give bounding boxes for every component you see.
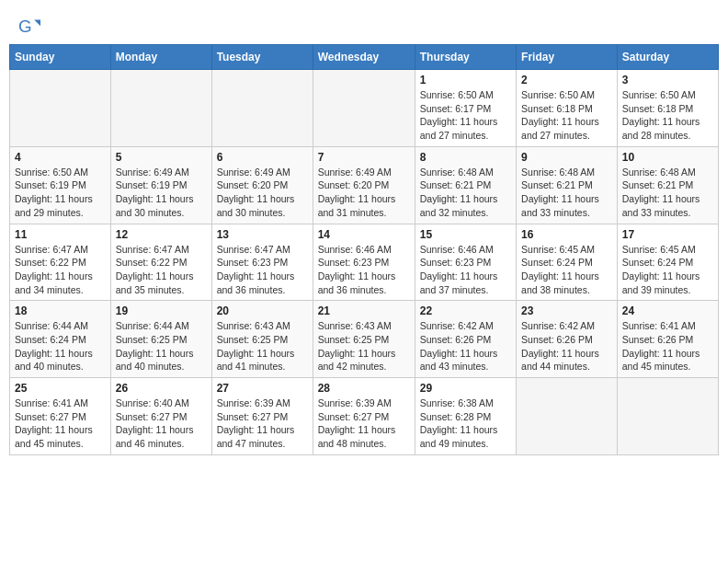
day-header-wednesday: Wednesday <box>313 45 415 70</box>
day-info: Sunrise: 6:45 AM Sunset: 6:24 PM Dayligh… <box>521 243 612 297</box>
day-number: 26 <box>116 382 207 395</box>
day-info: Sunrise: 6:47 AM Sunset: 6:22 PM Dayligh… <box>15 243 106 297</box>
day-info: Sunrise: 6:47 AM Sunset: 6:23 PM Dayligh… <box>217 243 308 297</box>
day-info: Sunrise: 6:48 AM Sunset: 6:21 PM Dayligh… <box>622 166 713 220</box>
day-number: 16 <box>521 228 612 241</box>
calendar-cell: 23Sunrise: 6:42 AM Sunset: 6:26 PM Dayli… <box>517 301 618 378</box>
calendar-cell <box>617 378 718 455</box>
calendar-cell: 3Sunrise: 6:50 AM Sunset: 6:18 PM Daylig… <box>617 70 718 147</box>
day-number: 7 <box>318 151 410 164</box>
day-info: Sunrise: 6:44 AM Sunset: 6:25 PM Dayligh… <box>116 319 207 373</box>
day-number: 24 <box>622 304 713 317</box>
day-header-row: SundayMondayTuesdayWednesdayThursdayFrid… <box>10 45 719 70</box>
day-info: Sunrise: 6:42 AM Sunset: 6:26 PM Dayligh… <box>420 319 511 373</box>
calendar-week-5: 25Sunrise: 6:41 AM Sunset: 6:27 PM Dayli… <box>10 378 719 455</box>
day-info: Sunrise: 6:42 AM Sunset: 6:26 PM Dayligh… <box>521 319 612 373</box>
day-info: Sunrise: 6:41 AM Sunset: 6:27 PM Dayligh… <box>15 396 106 451</box>
calendar-cell: 24Sunrise: 6:41 AM Sunset: 6:26 PM Dayli… <box>617 301 718 378</box>
day-info: Sunrise: 6:49 AM Sunset: 6:20 PM Dayligh… <box>217 166 308 220</box>
day-info: Sunrise: 6:50 AM Sunset: 6:17 PM Dayligh… <box>420 88 511 143</box>
day-number: 23 <box>521 304 612 317</box>
calendar-cell: 18Sunrise: 6:44 AM Sunset: 6:24 PM Dayli… <box>10 301 111 378</box>
calendar-cell: 13Sunrise: 6:47 AM Sunset: 6:23 PM Dayli… <box>211 224 313 301</box>
calendar-cell: 6Sunrise: 6:49 AM Sunset: 6:20 PM Daylig… <box>211 146 313 224</box>
calendar-cell: 29Sunrise: 6:38 AM Sunset: 6:28 PM Dayli… <box>415 378 516 455</box>
calendar-cell: 28Sunrise: 6:39 AM Sunset: 6:27 PM Dayli… <box>313 378 415 455</box>
calendar-week-4: 18Sunrise: 6:44 AM Sunset: 6:24 PM Dayli… <box>10 301 719 378</box>
logo-icon: G <box>18 17 40 39</box>
day-info: Sunrise: 6:38 AM Sunset: 6:28 PM Dayligh… <box>420 396 511 451</box>
day-header-friday: Friday <box>517 45 618 70</box>
day-info: Sunrise: 6:49 AM Sunset: 6:20 PM Dayligh… <box>318 166 410 220</box>
day-number: 4 <box>15 151 106 164</box>
day-header-sunday: Sunday <box>10 45 111 70</box>
day-number: 9 <box>521 151 612 164</box>
calendar-cell: 8Sunrise: 6:48 AM Sunset: 6:21 PM Daylig… <box>415 146 516 224</box>
day-number: 22 <box>420 304 511 317</box>
calendar-cell: 11Sunrise: 6:47 AM Sunset: 6:22 PM Dayli… <box>10 224 111 301</box>
day-info: Sunrise: 6:39 AM Sunset: 6:27 PM Dayligh… <box>318 396 410 451</box>
calendar-cell: 17Sunrise: 6:45 AM Sunset: 6:24 PM Dayli… <box>617 224 718 301</box>
day-info: Sunrise: 6:45 AM Sunset: 6:24 PM Dayligh… <box>622 243 713 297</box>
day-number: 2 <box>521 74 612 86</box>
day-info: Sunrise: 6:48 AM Sunset: 6:21 PM Dayligh… <box>521 166 612 220</box>
logo: G <box>18 17 44 39</box>
day-number: 29 <box>420 382 511 395</box>
calendar-cell: 4Sunrise: 6:50 AM Sunset: 6:19 PM Daylig… <box>10 146 111 224</box>
day-info: Sunrise: 6:43 AM Sunset: 6:25 PM Dayligh… <box>318 319 410 373</box>
day-number: 12 <box>116 228 207 241</box>
calendar-cell: 15Sunrise: 6:46 AM Sunset: 6:23 PM Dayli… <box>415 224 516 301</box>
day-info: Sunrise: 6:43 AM Sunset: 6:25 PM Dayligh… <box>217 319 308 373</box>
day-number: 14 <box>318 228 410 241</box>
calendar-week-2: 4Sunrise: 6:50 AM Sunset: 6:19 PM Daylig… <box>10 146 719 224</box>
day-number: 25 <box>15 382 106 395</box>
day-header-thursday: Thursday <box>415 45 516 70</box>
day-header-monday: Monday <box>110 45 211 70</box>
svg-marker-1 <box>34 19 40 26</box>
day-info: Sunrise: 6:49 AM Sunset: 6:19 PM Dayligh… <box>116 166 207 220</box>
calendar-body: 1Sunrise: 6:50 AM Sunset: 6:17 PM Daylig… <box>10 70 719 455</box>
svg-text:G: G <box>18 17 32 36</box>
calendar-cell: 20Sunrise: 6:43 AM Sunset: 6:25 PM Dayli… <box>211 301 313 378</box>
day-number: 10 <box>622 151 713 164</box>
calendar-cell: 21Sunrise: 6:43 AM Sunset: 6:25 PM Dayli… <box>313 301 415 378</box>
calendar-cell: 9Sunrise: 6:48 AM Sunset: 6:21 PM Daylig… <box>517 146 618 224</box>
calendar-cell: 14Sunrise: 6:46 AM Sunset: 6:23 PM Dayli… <box>313 224 415 301</box>
calendar-cell: 22Sunrise: 6:42 AM Sunset: 6:26 PM Dayli… <box>415 301 516 378</box>
calendar-week-1: 1Sunrise: 6:50 AM Sunset: 6:17 PM Daylig… <box>10 70 719 147</box>
day-info: Sunrise: 6:39 AM Sunset: 6:27 PM Dayligh… <box>217 396 308 451</box>
day-number: 20 <box>217 304 308 317</box>
day-number: 21 <box>318 304 410 317</box>
day-info: Sunrise: 6:50 AM Sunset: 6:18 PM Dayligh… <box>521 88 612 143</box>
day-number: 11 <box>15 228 106 241</box>
day-info: Sunrise: 6:40 AM Sunset: 6:27 PM Dayligh… <box>116 396 207 451</box>
calendar-cell: 25Sunrise: 6:41 AM Sunset: 6:27 PM Dayli… <box>10 378 111 455</box>
day-number: 19 <box>116 304 207 317</box>
day-number: 8 <box>420 151 511 164</box>
calendar-cell: 27Sunrise: 6:39 AM Sunset: 6:27 PM Dayli… <box>211 378 313 455</box>
calendar-cell: 1Sunrise: 6:50 AM Sunset: 6:17 PM Daylig… <box>415 70 516 147</box>
day-info: Sunrise: 6:41 AM Sunset: 6:26 PM Dayligh… <box>622 319 713 373</box>
calendar-cell <box>313 70 415 147</box>
calendar-cell: 26Sunrise: 6:40 AM Sunset: 6:27 PM Dayli… <box>110 378 211 455</box>
calendar-cell: 16Sunrise: 6:45 AM Sunset: 6:24 PM Dayli… <box>517 224 618 301</box>
calendar-cell: 19Sunrise: 6:44 AM Sunset: 6:25 PM Dayli… <box>110 301 211 378</box>
calendar-cell <box>110 70 211 147</box>
calendar-cell: 5Sunrise: 6:49 AM Sunset: 6:19 PM Daylig… <box>110 146 211 224</box>
day-number: 27 <box>217 382 308 395</box>
header: G <box>9 9 719 44</box>
day-info: Sunrise: 6:47 AM Sunset: 6:22 PM Dayligh… <box>116 243 207 297</box>
calendar-table: SundayMondayTuesdayWednesdayThursdayFrid… <box>9 44 719 455</box>
day-header-tuesday: Tuesday <box>211 45 313 70</box>
day-info: Sunrise: 6:44 AM Sunset: 6:24 PM Dayligh… <box>15 319 106 373</box>
day-number: 5 <box>116 151 207 164</box>
calendar-week-3: 11Sunrise: 6:47 AM Sunset: 6:22 PM Dayli… <box>10 224 719 301</box>
calendar-cell: 10Sunrise: 6:48 AM Sunset: 6:21 PM Dayli… <box>617 146 718 224</box>
day-number: 17 <box>622 228 713 241</box>
day-number: 6 <box>217 151 308 164</box>
calendar-cell: 7Sunrise: 6:49 AM Sunset: 6:20 PM Daylig… <box>313 146 415 224</box>
day-number: 15 <box>420 228 511 241</box>
calendar-cell <box>10 70 111 147</box>
day-info: Sunrise: 6:46 AM Sunset: 6:23 PM Dayligh… <box>318 243 410 297</box>
calendar-cell: 12Sunrise: 6:47 AM Sunset: 6:22 PM Dayli… <box>110 224 211 301</box>
